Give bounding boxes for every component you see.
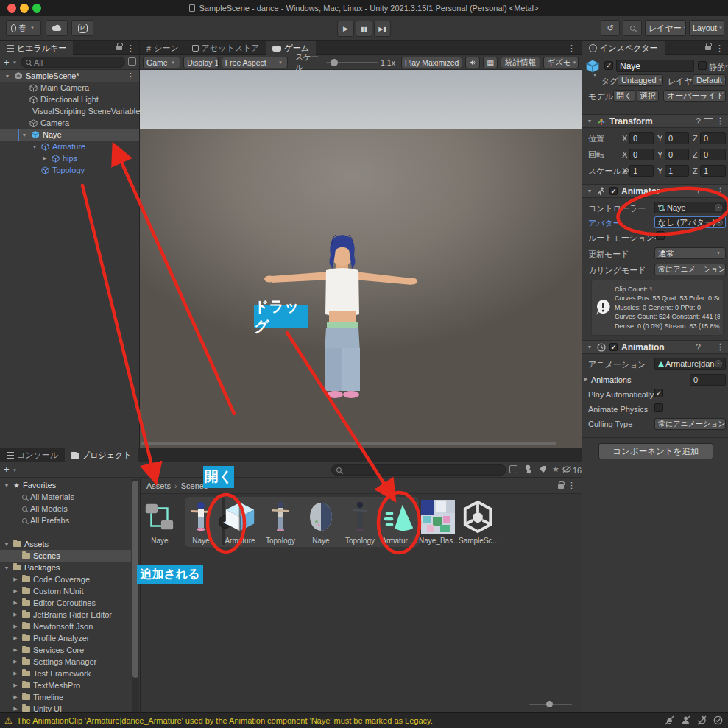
- package-row[interactable]: ▶Settings Manager: [0, 656, 131, 668]
- scale-y-field[interactable]: 1: [665, 165, 689, 177]
- chevron-down-icon[interactable]: ▾: [11, 60, 18, 66]
- hierarchy-row[interactable]: Main Camera: [0, 82, 139, 93]
- kebab-menu-icon[interactable]: ⋮: [127, 71, 135, 81]
- controller-field[interactable]: Naye: [654, 202, 726, 213]
- object-picker-icon[interactable]: [715, 219, 723, 226]
- slider-knob[interactable]: [546, 701, 553, 707]
- step-button[interactable]: ▶▮: [374, 21, 391, 37]
- avatar-label[interactable]: アバター: [588, 218, 621, 229]
- foldout-open-icon[interactable]: ▼: [4, 74, 11, 79]
- hierarchy-row-naye[interactable]: ▼ Naye: [0, 129, 139, 141]
- foldout-open-icon[interactable]: ▼: [586, 188, 593, 194]
- tab-project[interactable]: プロジェクト: [65, 448, 138, 462]
- foldout-open-icon[interactable]: ▼: [3, 542, 10, 547]
- thumbnail-size-slider[interactable]: [529, 704, 572, 705]
- maximize-dropdown[interactable]: Play Maximized▾: [401, 57, 462, 68]
- kebab-menu-icon[interactable]: ⋮: [568, 481, 576, 490]
- package-row[interactable]: ▶Services Core: [0, 644, 131, 656]
- presets-icon[interactable]: [704, 344, 713, 350]
- active-checkbox[interactable]: ✓: [604, 61, 613, 70]
- static-checkbox[interactable]: [698, 61, 707, 70]
- version-control-button[interactable]: P: [71, 20, 93, 36]
- chevron-down-icon[interactable]: ▾: [591, 72, 598, 78]
- favorites-item[interactable]: All Prefabs: [0, 515, 131, 526]
- position-y-field[interactable]: 0: [665, 132, 689, 144]
- presets-icon[interactable]: [704, 188, 713, 194]
- search-button[interactable]: [623, 20, 642, 36]
- package-row[interactable]: ▶Newtonsoft Json: [0, 621, 131, 632]
- favorites-root[interactable]: ▼ ★ Favorites: [0, 479, 131, 491]
- animator-header[interactable]: ▼ ✓ Animator ? ⋮: [582, 184, 728, 198]
- tab-scene[interactable]: # シーン: [140, 41, 185, 55]
- foldout-closed-icon[interactable]: ▶: [12, 600, 19, 606]
- kebab-menu-icon[interactable]: ⋮: [715, 43, 724, 54]
- create-asset-button[interactable]: +: [4, 464, 10, 475]
- hierarchy-row-scene[interactable]: ▼ SampleScene* ⋮: [0, 70, 139, 82]
- hierarchy-row[interactable]: Directional Light: [0, 93, 139, 105]
- asset-label[interactable]: Naye: [141, 537, 179, 545]
- foldout-closed-icon[interactable]: ▶: [12, 576, 19, 582]
- asset-label[interactable]: SampleSc…: [459, 537, 497, 545]
- pause-button[interactable]: ▮▮: [356, 21, 372, 37]
- asset-thumb-animation-clip[interactable]: [381, 500, 415, 534]
- package-row[interactable]: ▶Editor Coroutines: [0, 597, 131, 609]
- project-tree-scrollbar[interactable]: [132, 479, 139, 713]
- gizmos-dropdown[interactable]: ギズモ▾: [543, 57, 579, 68]
- hierarchy-row[interactable]: Camera: [0, 117, 139, 129]
- auto-refresh-disabled-icon[interactable]: [696, 715, 707, 727]
- hierarchy-search-input[interactable]: All: [21, 57, 125, 68]
- lock-icon[interactable]: [558, 484, 564, 489]
- presets-icon[interactable]: [704, 118, 713, 124]
- scale-z-field[interactable]: 1: [700, 165, 726, 177]
- kebab-menu-icon[interactable]: ⋮: [568, 43, 576, 54]
- play-button[interactable]: ▶: [337, 21, 354, 37]
- foldout-closed-icon[interactable]: ▶: [582, 376, 590, 382]
- update-mode-dropdown[interactable]: 通常▾: [654, 247, 726, 259]
- packages-root[interactable]: ▼ Packages: [0, 562, 131, 573]
- lock-icon[interactable]: [705, 46, 711, 50]
- foldout-closed-icon[interactable]: ▶: [12, 612, 19, 618]
- package-row[interactable]: ▶Test Framework: [0, 668, 131, 679]
- stats-button[interactable]: 統計情報: [501, 57, 540, 68]
- cloud-services-button[interactable]: [46, 20, 68, 36]
- chevron-down-icon[interactable]: ▾: [723, 63, 728, 69]
- vsync-grid-button[interactable]: ▦: [483, 57, 498, 68]
- animation-clip-field[interactable]: Armature|dance_: [654, 358, 726, 370]
- kebab-menu-icon[interactable]: ⋮: [716, 116, 724, 126]
- foldout-open-icon[interactable]: ▼: [31, 144, 38, 149]
- kebab-menu-icon[interactable]: ⋮: [127, 43, 135, 54]
- object-name-field[interactable]: Naye: [616, 60, 694, 72]
- breadcrumb-root[interactable]: Assets: [146, 481, 171, 490]
- asset-label[interactable]: Naye: [302, 537, 340, 545]
- game-target-dropdown[interactable]: Game▾: [143, 57, 180, 68]
- foldout-closed-icon[interactable]: ▶: [12, 635, 19, 641]
- animator-enabled-checkbox[interactable]: ✓: [609, 187, 618, 195]
- rotation-x-field[interactable]: 0: [629, 149, 654, 160]
- asset-thumb-scene[interactable]: [461, 500, 495, 534]
- favorites-filter-icon[interactable]: ★: [552, 464, 559, 474]
- object-picker-icon[interactable]: [715, 204, 722, 211]
- asset-label[interactable]: Naye: [182, 537, 220, 545]
- game-hscrollbar[interactable]: [141, 442, 556, 445]
- save-search-icon[interactable]: [128, 57, 136, 66]
- tab-console[interactable]: コンソール: [0, 448, 65, 462]
- model-open-button[interactable]: 開く: [613, 90, 635, 102]
- aspect-dropdown[interactable]: Free Aspect▾: [222, 57, 288, 68]
- overrides-dropdown[interactable]: オーバーライド▾: [663, 90, 726, 102]
- foldout-closed-icon[interactable]: ▶: [12, 694, 19, 700]
- foldout-closed-icon[interactable]: ▶: [12, 647, 19, 653]
- favorites-item[interactable]: All Materials: [0, 491, 131, 503]
- animation-header[interactable]: ▼ ✓ Animation ? ⋮: [582, 340, 728, 354]
- lock-icon[interactable]: [116, 46, 122, 50]
- project-search-input[interactable]: [331, 464, 506, 476]
- account-button[interactable]: 春 ▾: [6, 20, 41, 36]
- layout-dropdown[interactable]: Layout ▾: [689, 20, 724, 36]
- minimize-window-button[interactable]: [20, 4, 29, 13]
- package-row[interactable]: ▶Timeline: [0, 691, 131, 703]
- asset-thumb-topology[interactable]: [264, 500, 297, 534]
- save-search-icon[interactable]: [509, 465, 517, 473]
- asset-label[interactable]: Naye_Bas…: [419, 537, 457, 545]
- foldout-closed-icon[interactable]: ▶: [12, 588, 19, 594]
- kebab-menu-icon[interactable]: ⋮: [716, 342, 724, 352]
- model-select-button[interactable]: 選択: [637, 90, 659, 102]
